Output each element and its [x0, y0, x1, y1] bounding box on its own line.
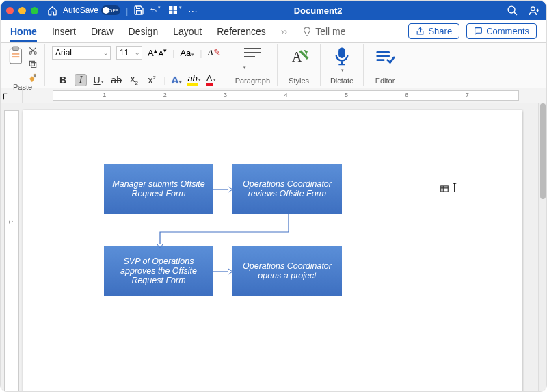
svg-rect-12 [31, 63, 36, 68]
paragraph-button[interactable]: ▾ [243, 46, 262, 71]
home-icon[interactable] [46, 5, 57, 16]
editor-button[interactable] [371, 46, 399, 66]
ruler-vertical[interactable]: 1 [4, 110, 19, 392]
change-case-button[interactable]: Aa▾ [180, 48, 194, 58]
svg-rect-0 [169, 6, 172, 10]
ruler-corner[interactable]: ┌ [1, 88, 23, 103]
ribbon-tabs: Home Insert Draw Design Layout Reference… [1, 20, 546, 43]
arrow-3-4 [213, 268, 232, 275]
group-clipboard: Paste [1, 44, 45, 86]
svg-rect-2 [169, 11, 172, 14]
autosave-label: AutoSave [63, 5, 98, 15]
font-size-select[interactable]: 11⌵ [116, 46, 142, 60]
text-cursor: I [439, 181, 457, 196]
ruler-horizontal[interactable]: 1 2 3 4 5 6 7 [53, 90, 519, 101]
svg-point-5 [531, 6, 535, 10]
styles-button[interactable]: A [284, 46, 313, 66]
copy-icon[interactable] [28, 60, 38, 69]
flow-box-3[interactable]: SVP of Operations approves the Offsite R… [104, 246, 213, 296]
arrow-2-3 [156, 214, 293, 248]
flow-box-4[interactable]: Operations Coordinator opens a project [232, 246, 342, 296]
document-title: Document2 [203, 5, 501, 16]
tabs-overflow-icon[interactable]: ›​› [281, 26, 287, 37]
group-dictate: ▾ Dictate [321, 44, 364, 86]
dictate-button[interactable]: ▾ [328, 46, 356, 73]
svg-rect-8 [12, 53, 20, 55]
tab-layout[interactable]: Layout [173, 26, 202, 37]
zoom-window[interactable] [31, 7, 38, 14]
strikethrough-button[interactable]: ab [110, 75, 122, 86]
arrow-1-2 [213, 186, 232, 193]
subscript-button[interactable]: x2 [128, 73, 140, 86]
font-name-select[interactable]: Arial⌵ [52, 46, 111, 60]
flow-box-2[interactable]: Operations Coordinator reviews Offsite F… [232, 164, 342, 214]
title-bar: AutoSave OFF | ▾ ▾ ··· Document2 [1, 1, 546, 20]
flow-box-1[interactable]: Manager submits Offsite Request Form [104, 164, 213, 214]
grow-font-button[interactable]: A▴ [148, 47, 157, 58]
group-editor: Editor [364, 44, 406, 86]
vertical-scrollbar[interactable] [538, 103, 546, 392]
paste-button[interactable] [8, 46, 25, 66]
svg-rect-9 [12, 56, 20, 57]
underline-button[interactable]: U▾ [92, 75, 105, 86]
share-button[interactable]: Share [408, 23, 459, 39]
document-area: 1 I Manager submits Offsite Request Form… [1, 103, 546, 392]
search-icon[interactable] [507, 5, 518, 16]
tab-design[interactable]: Design [129, 26, 159, 37]
cut-icon[interactable] [28, 46, 38, 55]
flowchart[interactable]: Manager submits Offsite Request Form Ope… [104, 164, 432, 328]
tab-draw[interactable]: Draw [91, 26, 114, 37]
bold-button[interactable]: B [57, 75, 69, 86]
tab-insert[interactable]: Insert [52, 26, 76, 37]
autosave-toggle[interactable]: AutoSave OFF [63, 5, 120, 15]
svg-rect-14 [34, 74, 36, 77]
save-icon[interactable] [133, 5, 144, 16]
italic-button[interactable]: I [75, 74, 87, 86]
svg-rect-1 [174, 6, 177, 10]
group-styles: A Styles [278, 44, 321, 86]
tell-me[interactable]: Tell me [302, 26, 345, 37]
superscript-button[interactable]: x2 [146, 75, 158, 86]
comments-button[interactable]: Comments [466, 23, 537, 39]
svg-rect-16 [339, 49, 345, 57]
scrollbar-thumb[interactable] [540, 103, 546, 199]
text-effects-button[interactable]: A▾ [172, 74, 183, 86]
ribbon: Paste Arial⌵ 11⌵ A▴ A▾ | Aa▾ | A✎ B I U▾… [1, 43, 546, 88]
shrink-font-button[interactable]: A▾ [159, 47, 167, 58]
highlight-button[interactable]: ab▾ [187, 73, 200, 86]
undo-icon[interactable]: ▾ [150, 5, 161, 16]
autosave-switch[interactable]: OFF [101, 5, 120, 15]
share-people-icon[interactable] [528, 5, 541, 16]
window-controls [6, 7, 38, 14]
group-paragraph: ▾ Paragraph [228, 44, 278, 86]
svg-point-4 [508, 6, 515, 13]
table-icon[interactable]: ▾ [166, 5, 183, 16]
page[interactable]: I Manager submits Offsite Request Form O… [23, 110, 522, 392]
tab-home[interactable]: Home [10, 26, 37, 42]
clear-formatting-button[interactable]: A✎ [208, 47, 221, 58]
font-color-button[interactable]: A▾ [206, 73, 216, 86]
close-window[interactable] [6, 7, 14, 14]
tab-references[interactable]: References [217, 26, 266, 37]
svg-rect-3 [174, 11, 177, 14]
ruler-horizontal-area: ┌ 1 2 3 4 5 6 7 [1, 88, 546, 103]
minimize-window[interactable] [18, 7, 26, 14]
svg-rect-7 [13, 47, 19, 50]
svg-rect-17 [441, 185, 449, 191]
format-painter-icon[interactable] [28, 73, 38, 83]
titlebar-overflow-icon[interactable]: ··· [188, 5, 198, 16]
group-font: Arial⌵ 11⌵ A▴ A▾ | Aa▾ | A✎ B I U▾ ab x2… [45, 44, 228, 86]
svg-rect-13 [29, 61, 34, 66]
